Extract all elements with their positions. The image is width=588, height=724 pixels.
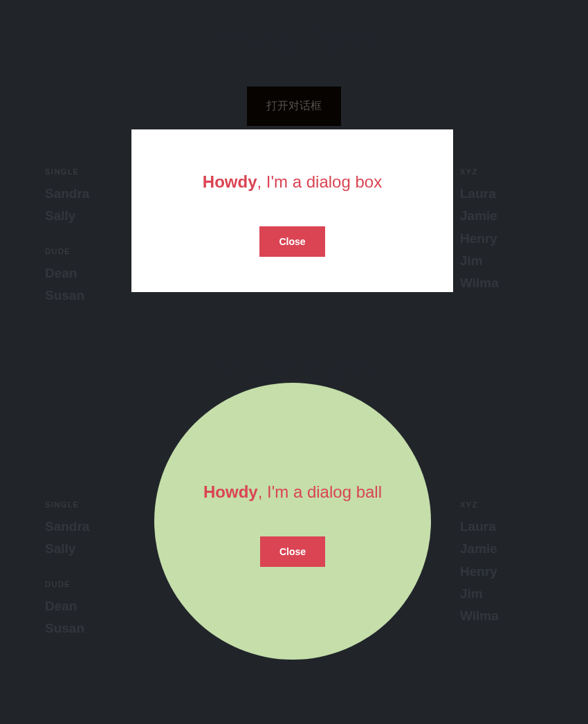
dialog-box: Howdy, I'm a dialog box Close [131,129,453,292]
dialog-rest: , I'm a dialog ball [258,482,382,501]
dialog-message: Howdy, I'm a dialog ball [203,482,382,502]
dialog-strong: Howdy [203,482,258,501]
section-dialog-box: 对话框的效果 打开对话框 SINGLE Sandra Sally DUDE De… [0,0,588,332]
section-dialog-ball: 对话框的效果 SINGLE Sandra Sally DUDE Dean Sus… [0,332,588,724]
dialog-ball: Howdy, I'm a dialog ball Close [154,383,431,660]
dialog-strong: Howdy [203,172,257,191]
dialog-message: Howdy, I'm a dialog box [203,172,382,192]
dialog-rest: , I'm a dialog box [257,172,382,191]
close-button[interactable]: Close [259,226,324,257]
close-button[interactable]: Close [260,536,325,567]
